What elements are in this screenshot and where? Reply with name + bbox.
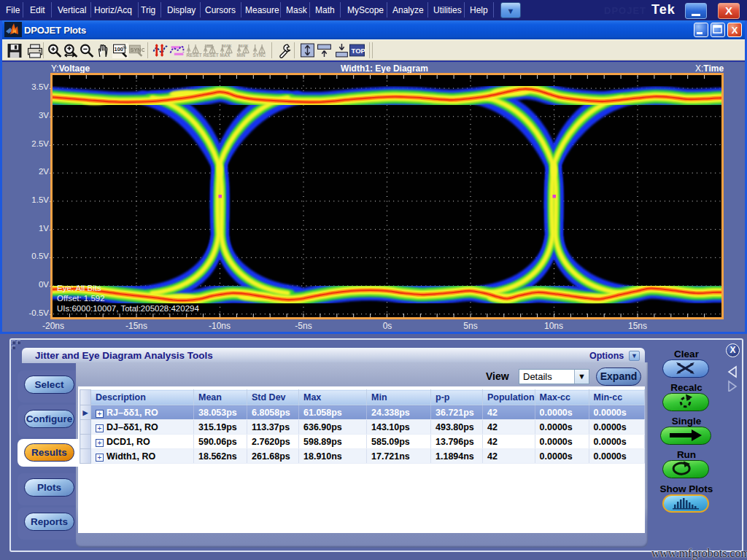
svg-text:MAX: MAX xyxy=(220,52,231,58)
svg-text:MIN: MIN xyxy=(237,52,246,58)
svg-text:SYNC: SYNC xyxy=(131,47,144,53)
svg-text:100: 100 xyxy=(115,46,123,52)
svg-text:%: % xyxy=(123,45,126,50)
svg-text:TOP: TOP xyxy=(352,47,365,55)
svg-text:SYNC: SYNC xyxy=(253,52,266,58)
svg-text:UIs:6000:10007, Total:205028:4: UIs:6000:10007, Total:205028:420294 xyxy=(57,304,199,313)
svg-text:RESET: RESET xyxy=(187,52,202,58)
svg-text:RESET: RESET xyxy=(204,52,219,58)
svg-text:Eye: All Bits: Eye: All Bits xyxy=(57,284,101,292)
svg-text:Offset: 1.592: Offset: 1.592 xyxy=(57,294,105,303)
